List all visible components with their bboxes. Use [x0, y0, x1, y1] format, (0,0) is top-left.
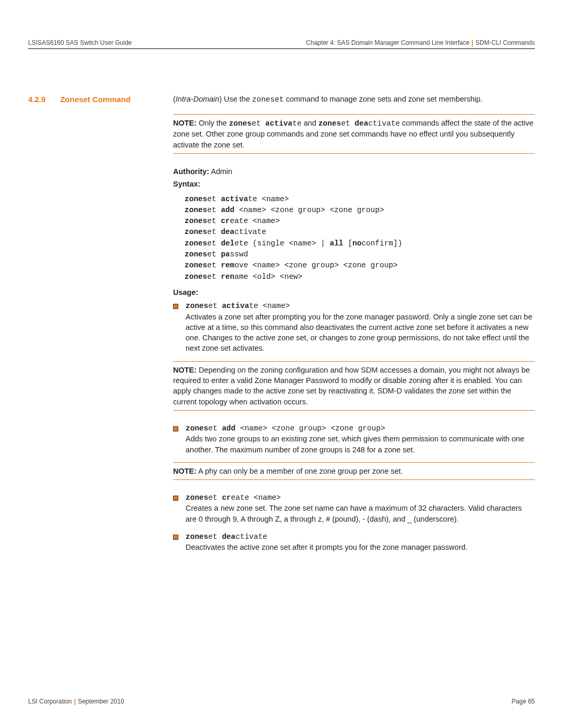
usage-label: Usage: [173, 287, 535, 298]
syntax-block: zoneset activate <name> zoneset add <nam… [185, 194, 535, 282]
bullet-icon [173, 535, 178, 540]
note-box-2: NOTE: Depending on the zoning configurat… [173, 361, 535, 411]
note-label: NOTE: [173, 467, 197, 475]
note-box-1: NOTE: Only the zoneset activate and zone… [173, 114, 535, 154]
section-number: 4.2.9 [28, 95, 45, 104]
page-header: LSISAS6160 SAS Switch User Guide Chapter… [28, 39, 535, 49]
section-heading: 4.2.9 Zoneset Command [28, 94, 173, 560]
bullet-icon [173, 426, 178, 431]
page-footer: LSI Corporation|September 2010 Page 65 [28, 697, 535, 706]
content-column: (Intra-Domain) Use the zoneset command t… [173, 94, 535, 560]
footer-right: Page 65 [511, 697, 535, 706]
authority-line: Authority: Admin [173, 166, 535, 177]
section-title: Zoneset Command [60, 95, 130, 104]
usage-item-deactivate: zoneset deactivate Deactivates the activ… [173, 532, 535, 553]
bullet-icon [173, 304, 178, 309]
usage-item-create: zoneset create <name> Creates a new zone… [173, 492, 535, 524]
bullet-icon [173, 496, 178, 501]
intro-paragraph: (Intra-Domain) Use the zoneset command t… [173, 94, 535, 105]
usage-item-activate: zoneset activate <name> Activates a zone… [173, 301, 535, 353]
header-right: Chapter 4: SAS Domain Manager Command Li… [306, 39, 535, 47]
usage-item-add: zoneset add <name> <zone group> <zone gr… [173, 423, 535, 455]
header-left: LSISAS6160 SAS Switch User Guide [28, 39, 132, 47]
note-label: NOTE: [173, 119, 197, 127]
syntax-label: Syntax: [173, 179, 535, 189]
note-label: NOTE: [173, 366, 197, 374]
note-box-3: NOTE: A phy can only be a member of one … [173, 462, 535, 480]
footer-left: LSI Corporation|September 2010 [28, 697, 124, 706]
